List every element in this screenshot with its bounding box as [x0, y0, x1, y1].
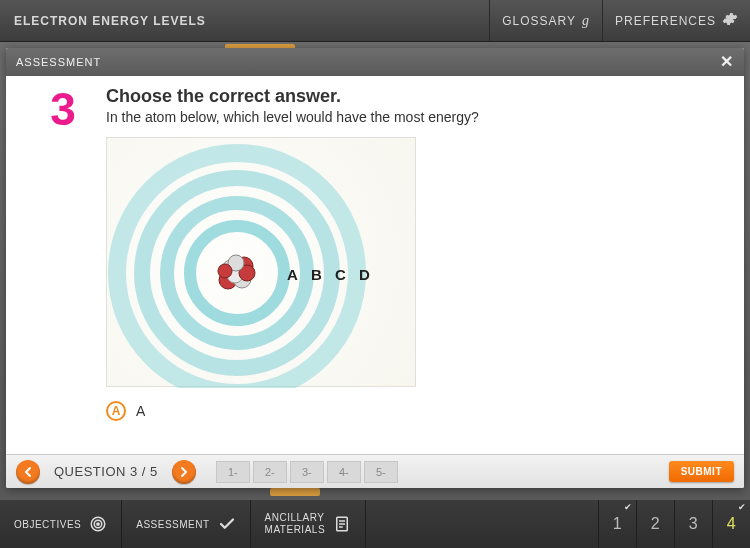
- answer-list: A A: [106, 401, 724, 421]
- question-box[interactable]: 1-: [216, 461, 250, 483]
- submit-button[interactable]: SUBMIT: [669, 461, 734, 482]
- preferences-button[interactable]: PREFERENCES: [602, 0, 750, 41]
- app-title: ELECTRON ENERGY LEVELS: [0, 14, 489, 28]
- top-bar: ELECTRON ENERGY LEVELS GLOSSARY g PREFER…: [0, 0, 750, 42]
- answer-text: A: [136, 403, 145, 419]
- question-title: Choose the correct answer.: [106, 86, 724, 107]
- diagram-label-a: A: [287, 266, 298, 283]
- prev-button[interactable]: [16, 460, 40, 484]
- check-icon: ✔: [624, 502, 633, 512]
- question-counter: QUESTION 3 / 5: [54, 464, 158, 479]
- document-icon: [333, 515, 351, 533]
- check-icon: ✔: [738, 502, 747, 512]
- next-button[interactable]: [172, 460, 196, 484]
- modal-title: ASSESSMENT: [16, 56, 101, 68]
- app-root: ELECTRON ENERGY LEVELS GLOSSARY g PREFER…: [0, 0, 750, 548]
- question-box[interactable]: 4-: [327, 461, 361, 483]
- glossary-icon: g: [582, 13, 590, 29]
- question-number: 3: [40, 86, 86, 448]
- section-nav-4[interactable]: ✔ 4: [712, 500, 750, 548]
- check-icon: [218, 515, 236, 533]
- modal-footer: QUESTION 3 / 5 1- 2- 3- 4- 5- SUBMIT: [6, 454, 744, 488]
- section-nav-1[interactable]: ✔ 1: [598, 500, 636, 548]
- tab-ancillary-label: ANCILLARY MATERIALS: [265, 512, 325, 536]
- question-box[interactable]: 3-: [290, 461, 324, 483]
- tab-assessment-label: ASSESSMENT: [136, 519, 209, 530]
- tab-assessment[interactable]: ASSESSMENT: [122, 500, 250, 548]
- atom-diagram: A B C D: [106, 137, 416, 387]
- section-nav-3[interactable]: 3: [674, 500, 712, 548]
- target-icon: [89, 515, 107, 533]
- tab-objectives[interactable]: OBJECTIVES: [0, 500, 122, 548]
- glossary-label: GLOSSARY: [502, 14, 576, 28]
- svg-point-14: [97, 523, 99, 525]
- answer-letter-icon: A: [106, 401, 126, 421]
- svg-point-11: [218, 264, 232, 278]
- preferences-label: PREFERENCES: [615, 14, 716, 28]
- gear-icon: [722, 11, 738, 30]
- modal-body: 3 Choose the correct answer. In the atom…: [6, 76, 744, 454]
- question-box[interactable]: 2-: [253, 461, 287, 483]
- question-prompt: In the atom below, which level would hav…: [106, 109, 724, 125]
- tab-ancillary[interactable]: ANCILLARY MATERIALS: [251, 500, 366, 548]
- section-nav-2[interactable]: 2: [636, 500, 674, 548]
- close-icon[interactable]: ✕: [720, 54, 734, 70]
- modal-header: ASSESSMENT ✕: [6, 48, 744, 76]
- diagram-label-c: C: [335, 266, 346, 283]
- assessment-modal: ASSESSMENT ✕ 3 Choose the correct answer…: [6, 48, 744, 488]
- diagram-label-b: B: [311, 266, 322, 283]
- question-boxes: 1- 2- 3- 4- 5-: [216, 461, 398, 483]
- glossary-button[interactable]: GLOSSARY g: [489, 0, 602, 41]
- diagram-label-d: D: [359, 266, 370, 283]
- question-box[interactable]: 5-: [364, 461, 398, 483]
- tab-objectives-label: OBJECTIVES: [14, 519, 81, 530]
- answer-option[interactable]: A A: [106, 401, 724, 421]
- bottom-bar: OBJECTIVES ASSESSMENT ANCILLARY MATERIAL…: [0, 500, 750, 548]
- question-content: Choose the correct answer. In the atom b…: [106, 86, 724, 448]
